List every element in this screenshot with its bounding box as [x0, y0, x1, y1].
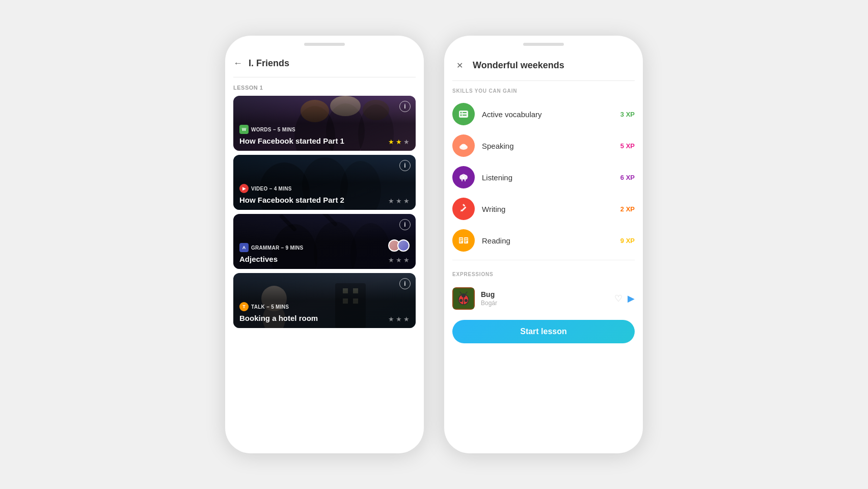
words-type-icon: W	[239, 125, 249, 134]
play-button[interactable]: ▶	[628, 293, 635, 304]
lesson-card-grammar[interactable]: i A GRAMMAR – 9 MINS Adjecti	[233, 214, 416, 269]
svg-point-25	[460, 112, 462, 114]
talk-lesson-title: Booking a hotel room	[239, 314, 318, 323]
talk-type-icon: T	[239, 302, 249, 311]
right-phone-content: ✕ Wonderful weekends SKILLS YOU CAN GAIN	[444, 46, 643, 453]
card-bottom-video: How Facebook started Part 2 ★ ★ ★	[239, 195, 410, 205]
expression-word-bug: Bug	[481, 290, 608, 298]
back-button[interactable]: ←	[233, 58, 242, 69]
detail-title: Wonderful weekends	[473, 60, 564, 71]
star-3: ★	[403, 138, 410, 146]
skill-name-speaking: Speaking	[482, 142, 613, 150]
star-2: ★	[396, 138, 402, 146]
svg-rect-45	[465, 241, 467, 242]
expressions-section: EXPRESSIONS	[452, 264, 635, 315]
skill-icon-speaking	[452, 134, 475, 157]
expression-translation-bug: Bogár	[481, 300, 608, 307]
svg-rect-24	[459, 111, 468, 118]
words-lesson-title: How Facebook started Part 1	[239, 137, 344, 146]
lesson-section-label: LESSON 1	[233, 77, 416, 96]
lessons-list: i W WORDS – 5 MINS How Facebook started …	[233, 96, 416, 445]
svg-rect-37	[463, 204, 466, 207]
right-phone: ✕ Wonderful weekends SKILLS YOU CAN GAIN	[444, 36, 643, 453]
star-1: ★	[388, 138, 394, 146]
svg-rect-40	[459, 238, 463, 239]
skill-xp-vocab: 3 XP	[620, 111, 635, 118]
skill-xp-reading: 9 XP	[620, 237, 635, 244]
skills-section: SKILLS YOU CAN GAIN	[452, 81, 635, 256]
star-2: ★	[396, 197, 402, 205]
svg-rect-35	[461, 206, 467, 212]
writing-icon-svg	[458, 203, 469, 214]
star-1: ★	[388, 256, 394, 264]
svg-point-27	[460, 115, 462, 116]
svg-rect-41	[459, 240, 463, 241]
talk-lesson-stars: ★ ★ ★	[388, 315, 410, 323]
expression-item-bug: Bug Bogár ♡ ▶	[452, 282, 635, 315]
reading-icon-svg	[458, 235, 469, 246]
skill-xp-writing: 2 XP	[620, 205, 635, 213]
grammar-lesson-stars: ★ ★ ★	[388, 256, 410, 264]
video-type-text: VIDEO – 4 MINS	[251, 186, 292, 192]
skill-icon-listening	[452, 166, 475, 188]
grammar-type-icon: A	[239, 243, 249, 252]
lesson-card-words[interactable]: i W WORDS – 5 MINS How Facebook started …	[233, 96, 416, 151]
expression-text-bug: Bug Bogár	[481, 290, 608, 307]
speaking-icon-svg	[458, 140, 469, 151]
svg-point-30	[461, 144, 466, 148]
grammar-type-text: GRAMMAR – 9 MINS	[251, 245, 304, 251]
heart-button[interactable]: ♡	[614, 293, 622, 304]
skill-icon-writing	[452, 198, 475, 220]
star-1: ★	[388, 197, 394, 205]
lesson-card-talk[interactable]: i T TALK – 5 MINS Booking a hotel room ★	[233, 273, 416, 328]
svg-point-50	[459, 299, 463, 302]
star-2: ★	[396, 256, 402, 264]
card-content-words: W WORDS – 5 MINS How Facebook started Pa…	[233, 96, 416, 151]
star-3: ★	[403, 315, 410, 323]
skill-name-reading: Reading	[482, 236, 613, 245]
listening-icon-svg	[458, 172, 469, 183]
grammar-lesson-title: Adjectives	[239, 255, 278, 264]
card-content-video: ▶ VIDEO – 4 MINS How Facebook started Pa…	[233, 155, 416, 210]
skill-item-listening: Listening 6 XP	[452, 162, 635, 193]
expressions-section-label: EXPRESSIONS	[452, 264, 635, 282]
skill-name-writing: Writing	[482, 205, 613, 213]
type-badge-words: W WORDS – 5 MINS	[239, 125, 410, 134]
left-phone-content: ← I. Friends LESSON 1	[225, 46, 424, 453]
words-lesson-stars: ★ ★ ★	[388, 138, 410, 146]
words-type-text: WORDS – 5 MINS	[251, 127, 295, 132]
star-3: ★	[403, 197, 410, 205]
detail-header: ✕ Wonderful weekends	[452, 54, 635, 81]
skill-item-vocab: Active vocabulary 3 XP	[452, 99, 635, 129]
skill-icon-vocab	[452, 103, 475, 125]
star-1: ★	[388, 315, 394, 323]
star-3: ★	[403, 256, 410, 264]
video-lesson-stars: ★ ★ ★	[388, 197, 410, 205]
svg-rect-28	[463, 115, 467, 116]
card-bottom-words: How Facebook started Part 1 ★ ★ ★	[239, 136, 410, 146]
skill-item-speaking: Speaking 5 XP	[452, 130, 635, 161]
svg-point-52	[462, 293, 466, 297]
type-badge-video: ▶ VIDEO – 4 MINS	[239, 184, 410, 193]
svg-rect-44	[465, 240, 468, 241]
skills-list: Active vocabulary 3 XP Speaking 5 XP	[452, 99, 635, 256]
star-2: ★	[396, 315, 402, 323]
expression-image-bug	[452, 287, 475, 310]
lesson-card-video[interactable]: i ▶ VIDEO – 4 MINS How Facebook started …	[233, 155, 416, 210]
svg-rect-42	[459, 241, 462, 242]
skill-item-writing: Writing 2 XP	[452, 194, 635, 224]
svg-rect-33	[462, 179, 463, 181]
type-badge-talk: T TALK – 5 MINS	[239, 302, 410, 311]
lesson-list-title: I. Friends	[249, 58, 289, 69]
phones-container: ← I. Friends LESSON 1	[0, 0, 868, 489]
start-lesson-button[interactable]: Start lesson	[452, 320, 635, 343]
section-divider	[452, 260, 635, 260]
talk-type-text: TALK – 5 MINS	[251, 304, 289, 310]
svg-rect-43	[465, 238, 468, 239]
skill-icon-reading	[452, 229, 475, 252]
close-button[interactable]: ✕	[452, 58, 467, 72]
bug-image-svg	[453, 288, 474, 309]
type-badge-grammar: A GRAMMAR – 9 MINS	[239, 243, 410, 252]
svg-rect-26	[463, 112, 467, 113]
skills-section-label: SKILLS YOU CAN GAIN	[452, 81, 635, 99]
